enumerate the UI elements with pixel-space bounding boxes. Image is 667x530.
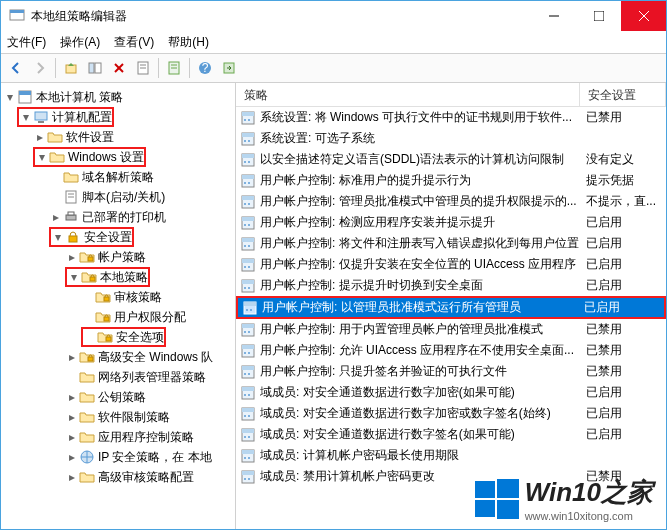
svg-rect-35 xyxy=(88,357,93,361)
policy-name: 域成员: 对安全通道数据进行数字签名(如果可能) xyxy=(260,426,586,443)
policy-setting: 已禁用 xyxy=(586,321,666,338)
expand-icon[interactable]: ▸ xyxy=(65,350,79,364)
maximize-button[interactable] xyxy=(576,1,621,31)
svg-rect-111 xyxy=(475,481,495,498)
tree-item[interactable]: 审核策略 xyxy=(1,287,235,307)
properties-button[interactable] xyxy=(132,57,154,79)
tree-item[interactable]: 域名解析策略 xyxy=(1,167,235,187)
expand-icon[interactable]: ▾ xyxy=(19,110,33,124)
policy-setting: 已启用 xyxy=(586,277,666,294)
tree-label: 已部署的打印机 xyxy=(82,209,166,226)
policy-row[interactable]: 用户帐户控制: 允许 UIAccess 应用程序在不使用安全桌面...已禁用 xyxy=(236,340,666,361)
expand-icon[interactable]: ▸ xyxy=(65,470,79,484)
tree-label: 用户权限分配 xyxy=(114,309,186,326)
tree-item[interactable]: ▾本地策略 xyxy=(1,267,235,287)
policy-row[interactable]: 系统设置: 将 Windows 可执行文件中的证书规则用于软件...已禁用 xyxy=(236,107,666,128)
policy-row[interactable]: 域成员: 对安全通道数据进行数字加密(如果可能)已启用 xyxy=(236,382,666,403)
lock-icon xyxy=(65,229,81,245)
svg-point-90 xyxy=(248,373,250,375)
policy-row[interactable]: 域成员: 对安全通道数据进行数字加密或数字签名(始终)已启用 xyxy=(236,403,666,424)
policy-item-icon xyxy=(240,406,256,422)
policy-row[interactable]: 域成员: 对安全通道数据进行数字签名(如果可能)已启用 xyxy=(236,424,666,445)
export-button[interactable] xyxy=(218,57,240,79)
tree-item[interactable]: ▸IP 安全策略，在 本地 xyxy=(1,447,235,467)
svg-rect-64 xyxy=(242,238,254,242)
tree-pane[interactable]: ▾ 本地计算机 策略 ▾计算机配置▸软件设置▾Windows 设置域名解析策略脚… xyxy=(1,83,236,529)
tree-item[interactable]: ▸软件设置 xyxy=(1,127,235,147)
folder-lock-icon xyxy=(97,329,113,345)
policy-row[interactable]: 用户帐户控制: 以管理员批准模式运行所有管理员已启用 xyxy=(236,296,666,319)
tree-item[interactable]: ▸软件限制策略 xyxy=(1,407,235,427)
tree-item[interactable]: ▸高级安全 Windows 队 xyxy=(1,347,235,367)
tree-item[interactable]: ▸高级审核策略配置 xyxy=(1,467,235,487)
show-hide-tree-button[interactable] xyxy=(84,57,106,79)
refresh-button[interactable] xyxy=(163,57,185,79)
column-setting[interactable]: 安全设置 xyxy=(580,83,666,106)
svg-rect-80 xyxy=(242,324,254,328)
menu-file[interactable]: 文件(F) xyxy=(7,34,46,51)
tree-item[interactable]: ▾Windows 设置 xyxy=(1,147,235,167)
expand-icon[interactable]: ▸ xyxy=(65,450,79,464)
tree-item[interactable]: 网络列表管理器策略 xyxy=(1,367,235,387)
tree-item[interactable]: ▸公钥策略 xyxy=(1,387,235,407)
expand-icon[interactable]: ▸ xyxy=(65,430,79,444)
list-header[interactable]: 策略 安全设置 xyxy=(236,83,666,107)
windows-logo-icon xyxy=(475,477,519,521)
tree-label: 高级安全 Windows 队 xyxy=(98,349,213,366)
close-button[interactable] xyxy=(621,1,666,31)
up-button[interactable] xyxy=(60,57,82,79)
menu-view[interactable]: 查看(V) xyxy=(114,34,154,51)
tree-item[interactable]: 用户权限分配 xyxy=(1,307,235,327)
tree-item[interactable]: ▸帐户策略 xyxy=(1,247,235,267)
help-button[interactable]: ? xyxy=(194,57,216,79)
forward-button[interactable] xyxy=(29,57,51,79)
expand-icon[interactable]: ▸ xyxy=(49,210,63,224)
menu-action[interactable]: 操作(A) xyxy=(60,34,100,51)
expand-icon[interactable]: ▸ xyxy=(65,410,79,424)
policy-row[interactable]: 域成员: 计算机帐户密码最长使用期限 xyxy=(236,445,666,466)
tree-item[interactable]: ▾计算机配置 xyxy=(1,107,235,127)
svg-point-42 xyxy=(248,119,250,121)
menu-help[interactable]: 帮助(H) xyxy=(168,34,209,51)
tree-label: 软件设置 xyxy=(66,129,114,146)
expand-icon[interactable]: ▸ xyxy=(33,130,47,144)
policy-row[interactable]: 用户帐户控制: 提示提升时切换到安全桌面已启用 xyxy=(236,275,666,296)
tree-item[interactable]: ▾安全设置 xyxy=(1,227,235,247)
policy-setting: 已启用 xyxy=(584,299,664,316)
policy-row[interactable]: 用户帐户控制: 管理员批准模式中管理员的提升权限提示的...不提示，直... xyxy=(236,191,666,212)
policy-row[interactable]: 用户帐户控制: 标准用户的提升提示行为提示凭据 xyxy=(236,170,666,191)
tree-item[interactable]: ▸已部署的打印机 xyxy=(1,207,235,227)
policy-setting: 已启用 xyxy=(586,384,666,401)
back-button[interactable] xyxy=(5,57,27,79)
expand-icon[interactable]: ▸ xyxy=(65,390,79,404)
policy-item-icon xyxy=(242,300,258,316)
list-body[interactable]: 系统设置: 将 Windows 可执行文件中的证书规则用于软件...已禁用系统设… xyxy=(236,107,666,529)
policy-row[interactable]: 用户帐户控制: 用于内置管理员帐户的管理员批准模式已禁用 xyxy=(236,319,666,340)
svg-rect-28 xyxy=(68,212,74,215)
minimize-button[interactable] xyxy=(531,1,576,31)
policy-row[interactable]: 系统设置: 可选子系统 xyxy=(236,128,666,149)
svg-point-89 xyxy=(244,373,246,375)
expand-icon[interactable]: ▾ xyxy=(3,90,17,104)
policy-row[interactable]: 用户帐户控制: 只提升签名并验证的可执行文件已禁用 xyxy=(236,361,666,382)
policy-row[interactable]: 以安全描述符定义语言(SDDL)语法表示的计算机访问限制没有定义 xyxy=(236,149,666,170)
expand-icon[interactable]: ▸ xyxy=(65,250,79,264)
policy-row[interactable]: 用户帐户控制: 仅提升安装在安全位置的 UIAccess 应用程序已启用 xyxy=(236,254,666,275)
expand-icon[interactable]: ▾ xyxy=(51,230,65,244)
tree-label: 应用程序控制策略 xyxy=(98,429,194,446)
policy-name: 用户帐户控制: 允许 UIAccess 应用程序在不使用安全桌面... xyxy=(260,342,586,359)
delete-button[interactable] xyxy=(108,57,130,79)
tree-label: 软件限制策略 xyxy=(98,409,170,426)
column-policy[interactable]: 策略 xyxy=(236,83,580,106)
tree-root[interactable]: ▾ 本地计算机 策略 xyxy=(1,87,235,107)
svg-rect-52 xyxy=(242,175,254,179)
tree-item[interactable]: ▸应用程序控制策略 xyxy=(1,427,235,447)
tree-item[interactable]: 脚本(启动/关机) xyxy=(1,187,235,207)
expand-icon[interactable]: ▾ xyxy=(35,150,49,164)
policy-row[interactable]: 用户帐户控制: 将文件和注册表写入错误虚拟化到每用户位置已启用 xyxy=(236,233,666,254)
expand-icon[interactable]: ▾ xyxy=(67,270,81,284)
tree-item[interactable]: 安全选项 xyxy=(1,327,235,347)
policy-name: 用户帐户控制: 只提升签名并验证的可执行文件 xyxy=(260,363,586,380)
svg-point-61 xyxy=(244,224,246,226)
policy-row[interactable]: 用户帐户控制: 检测应用程序安装并提示提升已启用 xyxy=(236,212,666,233)
